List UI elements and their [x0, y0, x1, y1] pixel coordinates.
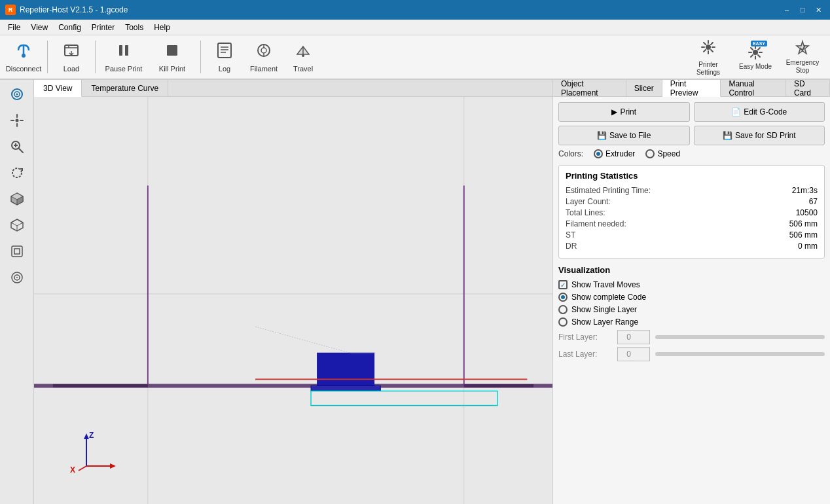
speed-radio[interactable] [645, 149, 655, 158]
color-options: Extruder Speed [594, 149, 680, 158]
single-layer-label: Show Single Layer [571, 305, 637, 314]
pause-print-button[interactable]: Pause Print [101, 37, 147, 77]
stat-key-5: DR [566, 242, 577, 251]
sidebar-rotate-btn[interactable] [4, 161, 30, 185]
tab-temperature-curve[interactable]: Temperature Curve [82, 80, 168, 96]
travel-button[interactable]: Travel [285, 37, 321, 77]
tab-object-placement[interactable]: Object Placement [553, 80, 626, 96]
save-sd-icon: 💾 [723, 131, 732, 140]
layer-range-label: Show Layer Range [571, 317, 638, 327]
load-button[interactable]: Load [53, 37, 90, 77]
emergency-stop-button[interactable]: Emergency Stop [780, 37, 825, 77]
single-layer-radio[interactable] [558, 305, 568, 314]
show-single-layer-option[interactable]: Show Single Layer [558, 305, 825, 314]
sidebar-zoom-btn[interactable] [4, 135, 30, 158]
save-for-sd-button[interactable]: 💾 Save for SD Print [694, 126, 825, 145]
load-icon [62, 41, 81, 63]
extruder-radio[interactable] [594, 149, 603, 158]
stats-title: Printing Statistics [566, 171, 818, 181]
svg-marker-56 [110, 463, 116, 469]
sidebar-cube-wire-btn[interactable] [4, 213, 30, 237]
print-button[interactable]: ▶ Print [558, 102, 690, 122]
sidebar-move-btn[interactable] [4, 109, 30, 132]
tab-3d-view[interactable]: 3D View [34, 80, 82, 97]
last-layer-label: Last Layer: [558, 350, 617, 359]
printer-settings-button[interactable]: Printer Settings [686, 37, 731, 77]
print-gcode-row: ▶ Print 📄 Edit G-Code [558, 102, 825, 122]
easy-mode-label: Easy Mode [739, 63, 772, 71]
pause-label: Pause Print [105, 65, 143, 73]
center-area: 3D View Temperature Curve [34, 80, 552, 504]
last-layer-slider[interactable] [655, 352, 825, 356]
menu-view[interactable]: View [26, 20, 53, 35]
svg-point-36 [16, 277, 18, 278]
edit-gcode-button[interactable]: 📄 Edit G-Code [694, 102, 825, 122]
easy-mode-button[interactable]: EASY Easy Mode [733, 37, 778, 77]
colors-label: Colors: [558, 149, 583, 158]
log-button[interactable]: Log [206, 37, 243, 77]
color-speed[interactable]: Speed [645, 149, 680, 158]
sidebar-cube-solid-btn[interactable] [4, 187, 30, 211]
svg-line-22 [19, 149, 23, 153]
speed-label: Speed [657, 149, 680, 158]
sep1 [47, 41, 48, 73]
disconnect-button[interactable]: Disconnect [5, 37, 42, 77]
stat-val-5: 0 mm [798, 242, 818, 251]
easy-mode-icon: EASY [746, 43, 765, 63]
menu-printer[interactable]: Printer [86, 20, 120, 35]
tab-manual-control[interactable]: Manual Control [721, 80, 785, 96]
menu-help[interactable]: Help [149, 20, 175, 35]
svg-rect-3 [125, 45, 128, 56]
printing-statistics: Printing Statistics Estimated Printing T… [558, 165, 825, 259]
show-travel-moves-option[interactable]: ✓ Show Travel Moves [558, 280, 825, 289]
svg-point-15 [706, 45, 711, 50]
first-layer-label: First Layer: [558, 333, 617, 342]
main-content: 3D View Temperature Curve [0, 80, 830, 504]
sidebar-target-btn[interactable] [4, 82, 30, 106]
tab-print-preview[interactable]: Print Preview [662, 80, 721, 97]
travel-label: Travel [293, 65, 313, 73]
color-extruder[interactable]: Extruder [594, 149, 635, 158]
sidebar-cube-face-btn[interactable] [4, 240, 30, 263]
svg-rect-5 [218, 43, 231, 58]
svg-line-58 [79, 466, 86, 471]
complete-code-label: Show complete Code [571, 293, 646, 302]
menu-tools[interactable]: Tools [120, 20, 149, 35]
sidebar-layers-btn[interactable] [4, 266, 30, 289]
show-complete-code-option[interactable]: Show complete Code [558, 293, 825, 302]
complete-code-radio[interactable] [558, 293, 568, 302]
svg-rect-33 [14, 249, 20, 254]
panel-tabs: Object Placement Slicer Print Preview Ma… [553, 80, 830, 97]
filament-button[interactable]: Filament [245, 37, 282, 77]
maximize-button[interactable]: □ [796, 5, 809, 15]
svg-rect-4 [167, 45, 177, 56]
first-layer-slider[interactable] [655, 335, 825, 339]
extruder-label: Extruder [605, 149, 635, 158]
view-tabs: 3D View Temperature Curve [34, 80, 552, 97]
svg-point-16 [753, 50, 758, 55]
svg-rect-46 [317, 353, 374, 386]
print-label: Print [620, 107, 636, 117]
minimize-button[interactable]: – [780, 5, 793, 15]
emergency-stop-icon [793, 39, 812, 59]
close-button[interactable]: ✕ [812, 5, 825, 15]
first-layer-input[interactable] [617, 330, 650, 344]
stat-key-3: Filament needed: [566, 219, 626, 228]
menu-config[interactable]: Config [53, 20, 86, 35]
svg-rect-2 [119, 45, 122, 56]
tab-slicer[interactable]: Slicer [626, 80, 662, 96]
stat-val-0: 21m:3s [792, 186, 818, 195]
print-play-icon: ▶ [611, 107, 617, 117]
menu-file[interactable]: File [3, 20, 26, 35]
save-to-file-button[interactable]: 💾 Save to File [558, 126, 690, 145]
stat-row-2: Total Lines: 10500 [566, 208, 818, 217]
visualization-section: Visualization ✓ Show Travel Moves Show c… [558, 265, 825, 361]
tab-sd-card[interactable]: SD Card [786, 80, 830, 96]
kill-print-button[interactable]: Kill Print [149, 37, 195, 77]
title-bar: R Repetier-Host V2.1.5 - 1.gcode – □ ✕ [0, 0, 830, 20]
last-layer-input[interactable] [617, 347, 650, 361]
travel-moves-checkbox[interactable]: ✓ [558, 280, 568, 289]
svg-rect-32 [12, 246, 22, 257]
show-layer-range-option[interactable]: Show Layer Range [558, 317, 825, 327]
layer-range-radio[interactable] [558, 317, 568, 327]
